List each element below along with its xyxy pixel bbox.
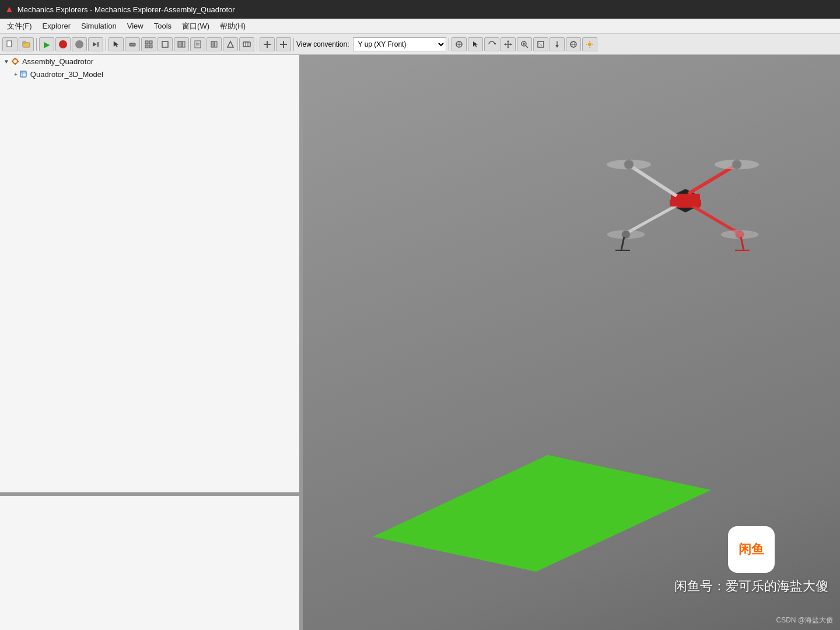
nav-icon-1[interactable] <box>452 37 467 51</box>
bottom-left-panel <box>0 496 299 630</box>
svg-marker-29 <box>495 43 496 45</box>
svg-point-47 <box>588 43 592 46</box>
svg-marker-34 <box>504 43 506 46</box>
svg-rect-53 <box>15 58 16 60</box>
svg-rect-12 <box>183 41 185 47</box>
svg-point-68 <box>607 160 651 169</box>
pan-icon[interactable] <box>501 37 516 51</box>
tree-panel: ▼ Assembly_Quadrotor + <box>0 55 299 494</box>
tree-child-item[interactable]: + Quadrotor_3D_Model <box>0 68 299 80</box>
svg-rect-57 <box>20 71 26 77</box>
drone-model <box>583 131 782 282</box>
svg-marker-43 <box>555 45 559 48</box>
toolbar: ▶ View convention: Y u <box>0 34 840 55</box>
svg-line-63 <box>630 166 677 196</box>
tree-root-item[interactable]: ▼ Assembly_Quadrotor <box>0 55 299 68</box>
pause-button[interactable] <box>72 37 87 51</box>
stop-button[interactable] <box>55 37 71 51</box>
titlebar: ▲ Mechanics Explorers - Mechanics Explor… <box>0 0 840 19</box>
svg-rect-16 <box>211 41 214 47</box>
svg-rect-52 <box>13 59 18 64</box>
svg-line-64 <box>688 166 735 194</box>
step-button[interactable] <box>88 37 103 51</box>
svg-point-72 <box>607 230 645 239</box>
fit-icon[interactable] <box>533 37 548 51</box>
watermark-badge-text: 闲鱼 <box>738 541 764 558</box>
svg-marker-32 <box>507 40 509 42</box>
play-button[interactable]: ▶ <box>39 37 54 51</box>
tool-5[interactable] <box>190 37 205 51</box>
expand-button[interactable] <box>260 37 275 51</box>
svg-rect-2 <box>23 41 26 43</box>
svg-marker-35 <box>510 43 512 46</box>
new-button[interactable] <box>2 37 18 51</box>
select-button[interactable] <box>108 37 124 51</box>
svg-rect-9 <box>149 45 152 48</box>
model-icon <box>19 69 28 79</box>
view-convention-select[interactable]: Y up (XY Front) <box>353 37 446 51</box>
separator-3 <box>257 38 257 51</box>
menu-help[interactable]: 帮助(H) <box>215 20 250 33</box>
svg-rect-11 <box>178 41 182 47</box>
menubar: 文件(F) Explorer Simulation View Tools 窗口(… <box>0 19 840 34</box>
cursor-icon[interactable] <box>468 37 483 51</box>
svg-rect-8 <box>145 45 148 48</box>
light-icon[interactable] <box>582 37 597 51</box>
globe-icon[interactable] <box>566 37 581 51</box>
tool-7[interactable] <box>223 37 238 51</box>
tool-2[interactable] <box>141 37 156 51</box>
separator-4 <box>293 38 294 51</box>
svg-line-66 <box>691 205 738 233</box>
expand-icon[interactable]: ▼ <box>4 58 9 65</box>
svg-rect-6 <box>145 41 148 44</box>
svg-rect-7 <box>149 41 152 44</box>
zoom-icon[interactable] <box>517 37 532 51</box>
svg-line-73 <box>621 237 624 250</box>
separator-5 <box>449 38 449 51</box>
watermark-badge: 闲鱼 <box>728 526 775 573</box>
menu-explorer[interactable]: Explorer <box>38 20 75 32</box>
svg-rect-56 <box>17 61 19 62</box>
child-expand-icon[interactable]: + <box>14 71 18 78</box>
menu-view[interactable]: View <box>123 20 148 32</box>
open-button[interactable] <box>19 37 34 51</box>
tool-4[interactable] <box>174 37 189 51</box>
view-down-icon[interactable] <box>550 37 565 51</box>
tree-root-label: Assembly_Quadrotor <box>22 57 93 66</box>
menu-simulation[interactable]: Simulation <box>76 20 121 32</box>
app-icon: ▲ <box>5 4 14 15</box>
svg-line-65 <box>627 205 677 233</box>
tool-8[interactable] <box>239 37 254 51</box>
svg-rect-10 <box>162 41 168 47</box>
rotate-icon[interactable] <box>484 37 499 51</box>
svg-point-76 <box>721 230 758 239</box>
assembly-icon <box>10 57 20 66</box>
expand2-button[interactable] <box>276 37 291 51</box>
svg-rect-19 <box>243 42 250 47</box>
menu-tools[interactable]: Tools <box>149 20 176 32</box>
separator-2 <box>106 38 106 51</box>
svg-rect-13 <box>195 41 201 48</box>
svg-rect-5 <box>130 43 135 46</box>
main-area: ▼ Assembly_Quadrotor + <box>0 55 840 630</box>
menu-window[interactable]: 窗口(W) <box>177 20 214 33</box>
svg-rect-17 <box>215 41 217 47</box>
svg-marker-18 <box>228 41 233 47</box>
svg-line-41 <box>540 43 542 46</box>
tool-3[interactable] <box>158 37 173 51</box>
tool-1[interactable] <box>125 37 140 51</box>
watermark-text: 闲鱼号：爱可乐的海盐大傻 <box>674 578 828 595</box>
watermark: 闲鱼 闲鱼号：爱可乐的海盐大傻 <box>674 526 828 595</box>
viewport[interactable]: 闲鱼 闲鱼号：爱可乐的海盐大傻 CSDN @海盐大傻 <box>303 55 840 630</box>
svg-rect-55 <box>12 61 13 62</box>
separator-1 <box>36 38 37 51</box>
svg-marker-3 <box>93 42 97 47</box>
svg-line-37 <box>526 46 528 48</box>
menu-file[interactable]: 文件(F) <box>2 20 37 33</box>
svg-marker-33 <box>507 47 509 48</box>
svg-rect-4 <box>97 42 99 47</box>
svg-point-70 <box>715 160 759 169</box>
svg-rect-54 <box>15 63 16 65</box>
svg-marker-60 <box>373 455 711 572</box>
tool-6[interactable] <box>206 37 222 51</box>
